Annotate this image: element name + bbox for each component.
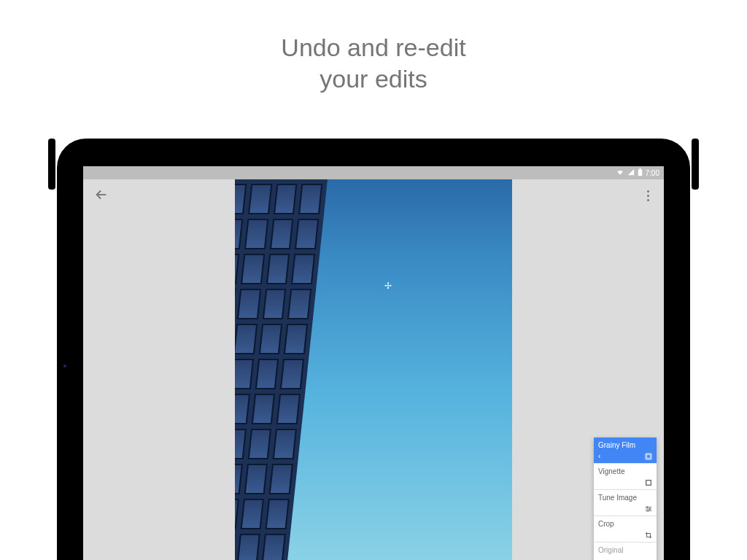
more-options-button[interactable] [639, 187, 657, 204]
bird-icon: ✢ [384, 281, 392, 291]
tune-icon [645, 505, 652, 513]
history-label: Grainy Film [598, 441, 652, 449]
history-item-crop[interactable]: Crop [594, 516, 657, 542]
history-item-original[interactable]: Original [594, 542, 657, 560]
svg-rect-4 [646, 481, 651, 486]
history-item-vignette[interactable]: Vignette [594, 464, 657, 490]
status-bar: 7:00 [83, 166, 664, 179]
status-time: 7:00 [646, 169, 659, 177]
camera-dot [63, 364, 67, 368]
device-screen: 7:00 [83, 166, 664, 560]
svg-rect-0 [638, 169, 642, 176]
history-item-tune-image[interactable]: Tune Image [594, 490, 657, 516]
svg-point-9 [649, 508, 651, 510]
svg-rect-1 [639, 168, 641, 169]
svg-rect-2 [646, 454, 651, 459]
battery-icon [638, 168, 643, 178]
vignette-icon [645, 479, 652, 486]
tablet-notch-left [48, 139, 55, 190]
film-icon [645, 453, 652, 460]
photo-canvas[interactable]: ✢ [235, 179, 512, 560]
back-button[interactable] [93, 187, 111, 204]
history-label: Tune Image [598, 494, 652, 502]
svg-point-10 [647, 510, 649, 512]
history-label: Original [598, 546, 652, 554]
history-item-grainy-film[interactable]: Grainy Film ‹ [594, 438, 657, 464]
wifi-icon [616, 168, 624, 177]
tablet-frame: 7:00 [57, 139, 690, 560]
svg-rect-3 [647, 455, 651, 459]
tablet-notch-right [692, 139, 699, 190]
promo-line1: Undo and re-edit [0, 32, 747, 63]
chevron-left-icon: ‹ [598, 452, 600, 460]
edit-history-panel: Grainy Film ‹ Vignette Tune Image Crop [594, 438, 657, 560]
history-label: Vignette [598, 467, 652, 475]
promo-heading: Undo and re-edit your edits [0, 0, 747, 94]
promo-line2: your edits [0, 63, 747, 95]
crop-icon [645, 532, 652, 539]
history-label: Crop [598, 520, 652, 528]
app-area: ✢ Grainy Film ‹ Vignette Tune Image Cro [83, 179, 664, 560]
svg-point-8 [647, 507, 649, 508]
signal-icon [627, 168, 635, 177]
